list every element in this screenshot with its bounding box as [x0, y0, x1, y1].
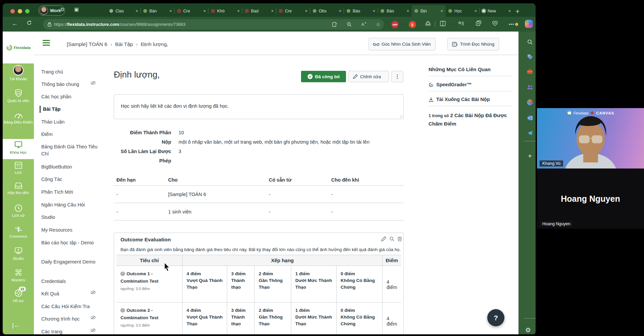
- breadcrumb-section-link[interactable]: Bài Tập: [115, 41, 133, 47]
- course-nav-assignments[interactable]: Bài Tập: [40, 106, 99, 113]
- collapse-nav-icon[interactable]: |←: [12, 322, 20, 329]
- canvas-help-button[interactable]: ?: [487, 309, 504, 326]
- sidebar-item-mastery[interactable]: Mastery: [3, 269, 34, 282]
- tab-cre1[interactable]: Cre×: [175, 5, 208, 17]
- flexidata-logo[interactable]: Flexidata: [3, 32, 34, 63]
- course-nav-item-banks[interactable]: Ngân Hàng Câu Hỏi: [41, 201, 98, 208]
- course-nav-bigbluebutton[interactable]: BigBlueButton: [41, 163, 98, 171]
- course-nav-modules[interactable]: Các học phần: [41, 93, 98, 100]
- course-nav-outcomes[interactable]: Kết Quả: [41, 290, 98, 297]
- course-nav-new-analytics[interactable]: Phân Tích Mới: [41, 189, 98, 196]
- course-nav-credentials[interactable]: Credentials: [41, 278, 98, 285]
- sidebar-item-admin[interactable]: Quản trị viên: [3, 89, 34, 103]
- speedgrader-link[interactable]: SpeedGrader™: [429, 82, 514, 87]
- student-view-button[interactable]: Góc Nhìn Của Sinh Viên: [368, 38, 436, 50]
- zoom-icon[interactable]: [347, 22, 352, 27]
- rating-cell[interactable]: 4 điểmVượt Quá Thành Thạo: [183, 302, 227, 334]
- address-bar[interactable]: https://flexidata.instructure.com/course…: [43, 19, 384, 30]
- rating-cell[interactable]: 3 điểmThành thạo: [227, 302, 255, 334]
- tab-kho[interactable]: Khó×: [208, 5, 242, 17]
- course-nav-collaborations[interactable]: Cộng Tác: [41, 176, 98, 183]
- sidebar-item-inbox[interactable]: Hộp thư đến: [3, 181, 34, 195]
- tab-bad[interactable]: Bad×: [242, 5, 276, 17]
- tab-close-icon[interactable]: ×: [169, 9, 172, 13]
- extensions-puzzle-icon[interactable]: [425, 21, 431, 27]
- refresh-icon[interactable]: [26, 20, 32, 26]
- sidebar-briefcase-icon[interactable]: [524, 66, 536, 77]
- tab-dinh-active[interactable]: Địn×: [412, 5, 446, 17]
- tab-hoc[interactable]: Học×: [446, 5, 480, 17]
- sidebar-item-help[interactable]: 10 Hỗ trợ: [3, 289, 34, 303]
- adblock-plus-icon[interactable]: ABP: [391, 21, 399, 28]
- tab-close-icon[interactable]: ×: [441, 9, 443, 13]
- favorites-bar-icon[interactable]: [458, 21, 464, 26]
- tab-bao2[interactable]: Báo×: [378, 5, 412, 17]
- rating-cell[interactable]: 0 điểmKhông Có Bằng Chứng: [337, 302, 383, 334]
- download-submissions-link[interactable]: Tải Xuống Các Bài Nộp: [429, 97, 514, 102]
- course-nav-grades[interactable]: Điểm: [41, 131, 98, 138]
- breadcrumb-course-link[interactable]: [Sample] TOÁN 6: [67, 41, 107, 47]
- vertical-tabs-icon[interactable]: ▣: [74, 6, 79, 12]
- tab-close-icon[interactable]: ×: [475, 9, 477, 13]
- rating-cell[interactable]: 1 điểmDưới Mức Thành Thạo: [291, 302, 337, 334]
- sidebar-item-account[interactable]: Tài Khoản: [3, 65, 34, 81]
- sidebar-item-studio[interactable]: Studio: [3, 247, 34, 261]
- published-button[interactable]: Đã công bố: [301, 71, 346, 82]
- video-tile-khang-vo[interactable]: Flexidata CANVAS Khang Vo: [537, 108, 644, 169]
- sidebar-shopping-tag-icon[interactable]: [524, 52, 536, 62]
- immersive-reader-button[interactable]: Trình Đọc Nhúng: [447, 38, 499, 50]
- sidebar-item-courses[interactable]: Khóa Học: [3, 139, 34, 159]
- minimize-window-button[interactable]: [18, 9, 22, 13]
- hamburger-menu-icon[interactable]: [43, 40, 50, 46]
- course-nav-my-resources[interactable]: My Resources: [41, 227, 98, 234]
- course-nav-announcements[interactable]: Thông báo chung: [41, 81, 98, 88]
- sidebar-item-calendar[interactable]: Lịch: [3, 161, 34, 175]
- rubric-delete-icon[interactable]: [397, 236, 402, 241]
- tab-close-icon[interactable]: ×: [339, 9, 341, 13]
- tab-new[interactable]: New×: [480, 5, 513, 17]
- sidebar-add-icon[interactable]: +: [524, 151, 536, 161]
- sidebar-outlook-icon[interactable]: [524, 113, 536, 123]
- outcome-name-link[interactable]: Outcome 1 -Combination Test: [120, 271, 158, 284]
- tab-close-icon[interactable]: ×: [508, 9, 511, 13]
- rating-cell[interactable]: 1 điểmDưới Mức Thành Thạo: [291, 266, 337, 302]
- adblock-hand-icon[interactable]: ✋: [409, 21, 416, 28]
- video-tile-hoang-nguyen[interactable]: Hoang Nguyen Hoang Nguyen: [537, 169, 644, 229]
- course-nav-discussions[interactable]: Thảo Luận: [41, 118, 98, 126]
- sidebar-search-icon[interactable]: [524, 37, 536, 47]
- tab-clas[interactable]: Clas×: [107, 5, 141, 17]
- course-nav-quizzes[interactable]: Các Câu Hỏi Kiểm Tra: [41, 303, 98, 310]
- split-screen-icon[interactable]: [440, 21, 446, 26]
- course-nav-syllabus[interactable]: Chương trình học: [41, 316, 98, 323]
- favorite-star-icon[interactable]: ☆: [376, 21, 381, 28]
- close-window-button[interactable]: [10, 9, 15, 13]
- sidebar-people-icon[interactable]: [524, 82, 536, 92]
- tab-obs[interactable]: Obs×: [310, 5, 344, 17]
- resize-handle[interactable]: [399, 115, 402, 118]
- course-nav-daily-engagement[interactable]: Daily Engagement Demo: [41, 258, 98, 266]
- course-nav-studio[interactable]: Studio: [41, 214, 98, 221]
- tab-close-icon[interactable]: ×: [271, 9, 274, 13]
- tab-bang[interactable]: Bàn×: [141, 5, 175, 17]
- tab-close-icon[interactable]: ×: [373, 9, 375, 13]
- sidebar-telegram-icon[interactable]: [524, 128, 536, 138]
- new-tab-button[interactable]: +: [515, 7, 519, 15]
- tab-close-icon[interactable]: ×: [407, 9, 409, 13]
- sidebar-item-commons[interactable]: Commons: [3, 226, 34, 239]
- rubric-edit-icon[interactable]: [381, 236, 386, 241]
- copilot-icon[interactable]: [525, 20, 533, 28]
- sidebar-item-history[interactable]: Lịch sử: [3, 204, 34, 218]
- course-nav-pages[interactable]: Các trang: [41, 328, 98, 334]
- rating-cell[interactable]: 2 điểmGần Thông Thạo: [255, 302, 291, 334]
- settings-gear-icon[interactable]: ⚙: [525, 326, 531, 334]
- edit-button[interactable]: Chỉnh sửa: [348, 71, 389, 82]
- sidebar-microsoft365-icon[interactable]: [524, 97, 536, 107]
- graded-count-link[interactable]: 1 trong số 2 Các Bài Nộp Đã Được Chấm Đi…: [429, 111, 514, 128]
- tab-cre2[interactable]: Cre×: [276, 5, 310, 17]
- rating-cell[interactable]: 3 điểmThành thạo: [227, 266, 255, 302]
- tab-bao1[interactable]: Báo×: [344, 5, 378, 17]
- rubric-search-icon[interactable]: [389, 236, 394, 241]
- split-tab-icon[interactable]: [332, 22, 337, 27]
- outcome-name-link[interactable]: Outcome 2 -Combination Test: [120, 308, 158, 320]
- collections-icon[interactable]: [476, 20, 482, 26]
